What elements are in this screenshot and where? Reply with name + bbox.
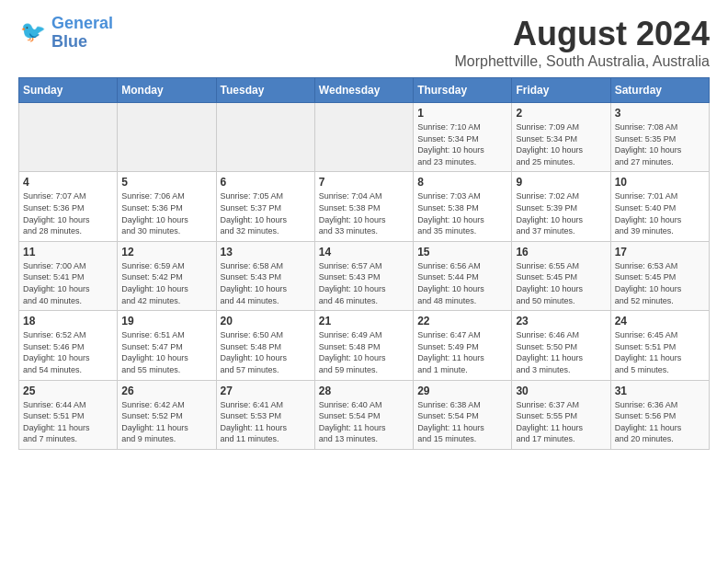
logo-blue: Blue <box>51 32 87 51</box>
calendar-cell <box>19 103 118 172</box>
day-info: Sunrise: 7:10 AM Sunset: 5:34 PM Dayligh… <box>417 121 507 167</box>
day-info: Sunrise: 6:56 AM Sunset: 5:44 PM Dayligh… <box>417 260 507 306</box>
calendar-cell: 31Sunrise: 6:36 AM Sunset: 5:56 PM Dayli… <box>610 380 709 449</box>
calendar-cell: 13Sunrise: 6:58 AM Sunset: 5:43 PM Dayli… <box>216 241 314 310</box>
day-info: Sunrise: 6:58 AM Sunset: 5:43 PM Dayligh… <box>221 260 311 306</box>
calendar-week-5: 25Sunrise: 6:44 AM Sunset: 5:51 PM Dayli… <box>19 380 710 449</box>
day-info: Sunrise: 6:50 AM Sunset: 5:48 PM Dayligh… <box>221 329 311 375</box>
day-number: 23 <box>516 315 606 327</box>
day-number: 17 <box>615 246 705 259</box>
day-number: 9 <box>516 176 606 189</box>
calendar-cell: 5Sunrise: 7:06 AM Sunset: 5:36 PM Daylig… <box>118 172 216 241</box>
day-info: Sunrise: 6:47 AM Sunset: 5:49 PM Dayligh… <box>417 329 507 375</box>
day-info: Sunrise: 6:55 AM Sunset: 5:45 PM Dayligh… <box>516 260 606 306</box>
day-number: 14 <box>319 246 409 259</box>
calendar-header-saturday: Saturday <box>610 78 709 103</box>
day-info: Sunrise: 7:08 AM Sunset: 5:35 PM Dayligh… <box>615 121 705 167</box>
svg-text:🐦: 🐦 <box>20 19 46 44</box>
calendar-week-4: 18Sunrise: 6:52 AM Sunset: 5:46 PM Dayli… <box>19 311 710 380</box>
day-number: 16 <box>516 246 606 259</box>
main-title: August 2024 <box>455 15 710 53</box>
day-info: Sunrise: 7:06 AM Sunset: 5:36 PM Dayligh… <box>121 190 211 236</box>
calendar-header-friday: Friday <box>512 78 610 103</box>
calendar-week-3: 11Sunrise: 7:00 AM Sunset: 5:41 PM Dayli… <box>19 241 710 310</box>
day-info: Sunrise: 6:40 AM Sunset: 5:54 PM Dayligh… <box>319 399 409 445</box>
day-info: Sunrise: 7:05 AM Sunset: 5:37 PM Dayligh… <box>221 190 311 236</box>
calendar-cell: 8Sunrise: 7:03 AM Sunset: 5:38 PM Daylig… <box>414 172 512 241</box>
calendar-cell: 21Sunrise: 6:49 AM Sunset: 5:48 PM Dayli… <box>314 311 413 380</box>
calendar-cell: 2Sunrise: 7:09 AM Sunset: 5:34 PM Daylig… <box>512 103 610 172</box>
calendar-cell: 18Sunrise: 6:52 AM Sunset: 5:46 PM Dayli… <box>19 311 118 380</box>
day-number: 1 <box>417 107 507 120</box>
calendar-cell: 1Sunrise: 7:10 AM Sunset: 5:34 PM Daylig… <box>414 103 512 172</box>
day-number: 25 <box>23 385 113 397</box>
calendar-cell: 14Sunrise: 6:57 AM Sunset: 5:43 PM Dayli… <box>314 241 413 310</box>
calendar-cell: 12Sunrise: 6:59 AM Sunset: 5:42 PM Dayli… <box>118 241 216 310</box>
day-info: Sunrise: 7:00 AM Sunset: 5:41 PM Dayligh… <box>23 260 113 306</box>
day-info: Sunrise: 6:53 AM Sunset: 5:45 PM Dayligh… <box>615 260 705 306</box>
day-number: 10 <box>615 176 705 189</box>
day-info: Sunrise: 6:44 AM Sunset: 5:51 PM Dayligh… <box>23 399 113 445</box>
calendar-cell: 15Sunrise: 6:56 AM Sunset: 5:44 PM Dayli… <box>414 241 512 310</box>
calendar-cell: 9Sunrise: 7:02 AM Sunset: 5:39 PM Daylig… <box>512 172 610 241</box>
day-info: Sunrise: 6:52 AM Sunset: 5:46 PM Dayligh… <box>23 329 113 375</box>
day-info: Sunrise: 6:45 AM Sunset: 5:51 PM Dayligh… <box>615 329 705 375</box>
calendar-header-monday: Monday <box>118 78 216 103</box>
day-number: 2 <box>516 107 606 120</box>
calendar-cell: 24Sunrise: 6:45 AM Sunset: 5:51 PM Dayli… <box>610 311 709 380</box>
sub-title: Morphettville, South Australia, Australi… <box>455 53 710 70</box>
calendar-header-wednesday: Wednesday <box>314 78 413 103</box>
day-info: Sunrise: 6:36 AM Sunset: 5:56 PM Dayligh… <box>615 399 705 445</box>
calendar-cell: 25Sunrise: 6:44 AM Sunset: 5:51 PM Dayli… <box>19 380 118 449</box>
day-number: 29 <box>417 385 507 397</box>
day-number: 11 <box>23 246 113 259</box>
header: 🐦 General Blue August 2024 Morphettville… <box>18 15 710 70</box>
day-number: 26 <box>121 385 211 397</box>
calendar-header-row: SundayMondayTuesdayWednesdayThursdayFrid… <box>19 78 710 103</box>
calendar-cell: 30Sunrise: 6:37 AM Sunset: 5:55 PM Dayli… <box>512 380 610 449</box>
calendar-cell: 19Sunrise: 6:51 AM Sunset: 5:47 PM Dayli… <box>118 311 216 380</box>
day-number: 3 <box>615 107 705 120</box>
calendar-header-thursday: Thursday <box>414 78 512 103</box>
day-info: Sunrise: 6:41 AM Sunset: 5:53 PM Dayligh… <box>221 399 311 445</box>
calendar-cell <box>216 103 314 172</box>
calendar-table: SundayMondayTuesdayWednesdayThursdayFrid… <box>18 77 710 450</box>
calendar-week-1: 1Sunrise: 7:10 AM Sunset: 5:34 PM Daylig… <box>19 103 710 172</box>
calendar-cell: 7Sunrise: 7:04 AM Sunset: 5:38 PM Daylig… <box>314 172 413 241</box>
day-info: Sunrise: 6:42 AM Sunset: 5:52 PM Dayligh… <box>121 399 211 445</box>
calendar-cell: 16Sunrise: 6:55 AM Sunset: 5:45 PM Dayli… <box>512 241 610 310</box>
calendar-cell: 23Sunrise: 6:46 AM Sunset: 5:50 PM Dayli… <box>512 311 610 380</box>
calendar-cell: 29Sunrise: 6:38 AM Sunset: 5:54 PM Dayli… <box>414 380 512 449</box>
calendar-header-sunday: Sunday <box>19 78 118 103</box>
day-number: 5 <box>121 176 211 189</box>
logo-icon: 🐦 <box>18 18 48 48</box>
logo-text: General Blue <box>51 15 113 52</box>
title-block: August 2024 Morphettville, South Austral… <box>455 15 710 70</box>
day-info: Sunrise: 7:04 AM Sunset: 5:38 PM Dayligh… <box>319 190 409 236</box>
calendar-cell: 17Sunrise: 6:53 AM Sunset: 5:45 PM Dayli… <box>610 241 709 310</box>
day-number: 27 <box>221 385 311 397</box>
day-number: 15 <box>417 246 507 259</box>
calendar-cell: 6Sunrise: 7:05 AM Sunset: 5:37 PM Daylig… <box>216 172 314 241</box>
day-number: 12 <box>121 246 211 259</box>
calendar-cell <box>314 103 413 172</box>
day-number: 20 <box>221 315 311 327</box>
calendar-cell: 28Sunrise: 6:40 AM Sunset: 5:54 PM Dayli… <box>314 380 413 449</box>
day-info: Sunrise: 6:59 AM Sunset: 5:42 PM Dayligh… <box>121 260 211 306</box>
calendar-cell: 3Sunrise: 7:08 AM Sunset: 5:35 PM Daylig… <box>610 103 709 172</box>
day-number: 28 <box>319 385 409 397</box>
day-info: Sunrise: 7:07 AM Sunset: 5:36 PM Dayligh… <box>23 190 113 236</box>
day-number: 7 <box>319 176 409 189</box>
day-number: 19 <box>121 315 211 327</box>
day-number: 18 <box>23 315 113 327</box>
calendar-cell: 27Sunrise: 6:41 AM Sunset: 5:53 PM Dayli… <box>216 380 314 449</box>
day-info: Sunrise: 7:03 AM Sunset: 5:38 PM Dayligh… <box>417 190 507 236</box>
day-number: 30 <box>516 385 606 397</box>
logo: 🐦 General Blue <box>18 15 113 52</box>
day-number: 6 <box>221 176 311 189</box>
calendar-cell: 22Sunrise: 6:47 AM Sunset: 5:49 PM Dayli… <box>414 311 512 380</box>
calendar-cell: 20Sunrise: 6:50 AM Sunset: 5:48 PM Dayli… <box>216 311 314 380</box>
day-info: Sunrise: 7:02 AM Sunset: 5:39 PM Dayligh… <box>516 190 606 236</box>
calendar-header-tuesday: Tuesday <box>216 78 314 103</box>
calendar-cell <box>118 103 216 172</box>
